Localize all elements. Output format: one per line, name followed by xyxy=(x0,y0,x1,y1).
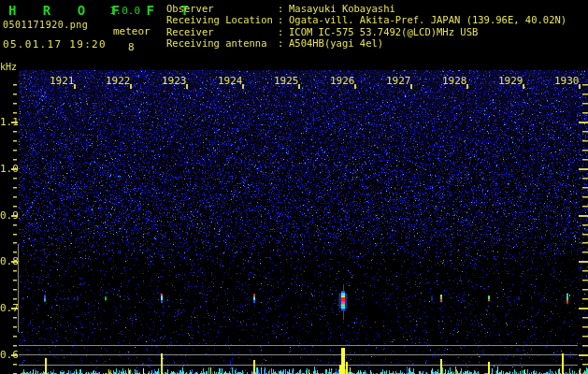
time-tick-label: 1926 xyxy=(330,75,354,87)
info-colon: : xyxy=(278,14,289,25)
info-label: Observer xyxy=(166,3,278,14)
info-row: Observer:Masayuki Kobayashi xyxy=(166,3,566,14)
hrofft-screen: H R O F F T 1.0.0 0501171920.png meteor … xyxy=(0,0,588,374)
spectrogram-canvas xyxy=(0,0,588,374)
timestamp: 05.01.17 19:20 xyxy=(3,38,107,50)
freq-tick-label: 0.6 xyxy=(0,349,12,361)
info-label: Receiving Location xyxy=(166,14,278,25)
info-label: Receiving antenna xyxy=(166,37,278,49)
time-tick-label: 1924 xyxy=(218,75,242,87)
time-tick-label: 1927 xyxy=(386,75,410,87)
app-version: 1.0.0 xyxy=(109,5,140,17)
info-colon: : xyxy=(278,26,289,37)
time-tick-label: 1929 xyxy=(498,75,523,87)
freq-tick-label: 0.7 xyxy=(0,302,12,314)
freq-tick-label: 1.0 xyxy=(0,163,12,175)
info-value: ICOM IC-575 53.7492(@LCD)MHz USB xyxy=(289,26,478,37)
observer-info: Observer:Masayuki KobayashiReceiving Loc… xyxy=(166,3,566,49)
info-colon: : xyxy=(278,3,289,14)
info-value: A504HB(yagi 4el) xyxy=(289,37,383,49)
echo-count: 8 xyxy=(128,41,135,53)
time-tick-label: 1928 xyxy=(442,75,466,87)
time-tick-label: 1921 xyxy=(50,75,74,87)
file-name: 0501171920.png xyxy=(3,20,88,30)
info-value: Ogata-vill. Akita-Pref. JAPAN (139.96E, … xyxy=(289,14,566,25)
time-tick-label: 1925 xyxy=(274,75,298,87)
info-label: Receiver xyxy=(166,26,278,37)
khz-axis-label: kHz xyxy=(0,62,17,72)
time-tick-label: 1930 xyxy=(554,75,579,87)
info-value: Masayuki Kobayashi xyxy=(289,3,395,14)
info-colon: : xyxy=(278,37,289,49)
freq-tick-label: 0.9 xyxy=(0,209,12,222)
time-tick-label: 1922 xyxy=(106,75,130,87)
mode-label: meteor xyxy=(113,25,151,37)
freq-tick-label: 0.8 xyxy=(0,255,12,267)
info-row: Receiver:ICOM IC-575 53.7492(@LCD)MHz US… xyxy=(166,26,566,37)
freq-tick-label: 1.1 xyxy=(0,116,12,128)
info-row: Receiving antenna:A504HB(yagi 4el) xyxy=(166,37,566,49)
info-row: Receiving Location:Ogata-vill. Akita-Pre… xyxy=(166,14,566,25)
time-tick-label: 1923 xyxy=(162,75,186,87)
